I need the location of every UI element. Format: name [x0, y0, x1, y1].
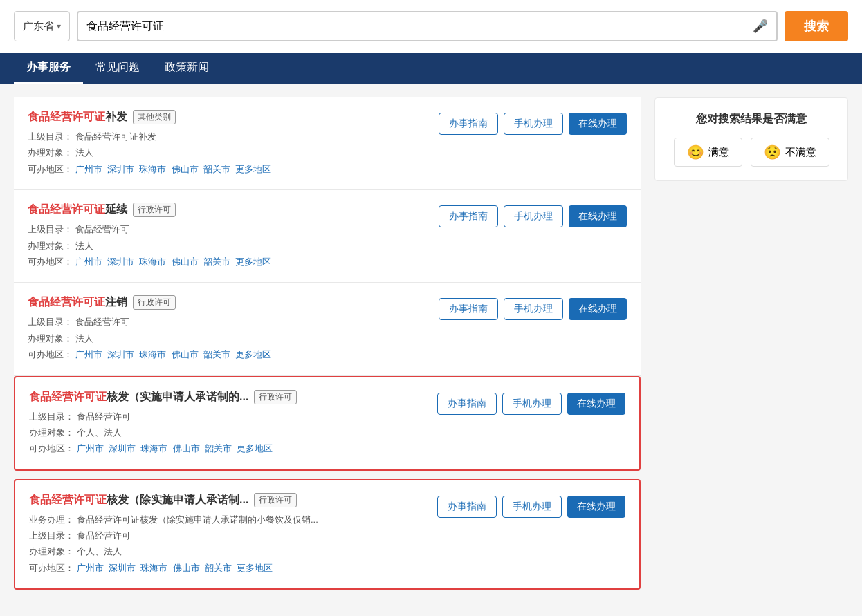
result-card-5: 食品经营许可证核发（除实施申请人承诺制... 行政许可 业务办理： 食品经营许可…: [14, 479, 641, 590]
card-actions-3: 办事指南 手机办理 在线办理: [439, 295, 627, 320]
card-meta-5: 业务办理： 食品经营许可证核发（除实施申请人承诺制的小餐饮及仅销... 上级目录…: [29, 512, 423, 577]
chevron-down-icon: ▾: [57, 21, 61, 31]
satisfaction-yes-label: 满意: [708, 146, 729, 159]
result-card-3: 食品经营许可证注销 行政许可 上级目录： 食品经营许可 办理对象： 法人 可办地…: [14, 283, 641, 375]
online-button-3[interactable]: 在线办理: [569, 298, 627, 320]
title-highlight-1: 食品经营许可证: [28, 111, 105, 122]
satisfaction-no-button[interactable]: 😟 不满意: [751, 138, 829, 167]
mobile-button-3[interactable]: 手机办理: [504, 298, 563, 320]
online-button-4[interactable]: 在线办理: [567, 393, 625, 415]
card-title-2: 食品经营许可证延续: [28, 203, 127, 217]
card-title-row-3: 食品经营许可证注销 行政许可: [28, 295, 425, 310]
card-title-row-5: 食品经营许可证核发（除实施申请人承诺制... 行政许可: [29, 493, 423, 507]
satisfaction-panel: 您对搜索结果是否满意 😊 满意 😟 不满意: [654, 97, 848, 181]
card-title-4: 食品经营许可证核发（实施申请人承诺制的...: [29, 390, 248, 404]
online-button-2[interactable]: 在线办理: [569, 205, 627, 227]
search-button[interactable]: 搜索: [785, 11, 848, 41]
mic-icon[interactable]: 🎤: [753, 19, 768, 34]
guide-button-5[interactable]: 办事指南: [437, 496, 497, 518]
mobile-button-5[interactable]: 手机办理: [502, 496, 562, 518]
card-meta-4: 上级目录： 食品经营许可 办理对象： 个人、法人 可办地区： 广州市 深圳市 珠…: [29, 409, 423, 457]
guide-button-1[interactable]: 办事指南: [439, 113, 498, 135]
result-card-1: 食品经营许可证补发 其他类别 上级目录： 食品经营许可证补发 办理对象： 法人 …: [14, 97, 641, 190]
card-title-3: 食品经营许可证注销: [28, 295, 127, 310]
result-card-2: 食品经营许可证延续 行政许可 上级目录： 食品经营许可 办理对象： 法人 可办地…: [14, 190, 641, 283]
guide-button-4[interactable]: 办事指南: [437, 393, 497, 415]
card-info-2: 食品经营许可证延续 行政许可 上级目录： 食品经营许可 办理对象： 法人 可办地…: [28, 203, 425, 270]
badge-3: 行政许可: [133, 295, 176, 310]
card-info-5: 食品经营许可证核发（除实施申请人承诺制... 行政许可 业务办理： 食品经营许可…: [29, 493, 423, 577]
card-title-1: 食品经营许可证补发: [28, 110, 127, 124]
results-column: 食品经营许可证补发 其他类别 上级目录： 食品经营许可证补发 办理对象： 法人 …: [14, 97, 641, 598]
card-title-row-4: 食品经营许可证核发（实施申请人承诺制的... 行政许可: [29, 390, 423, 404]
badge-4: 行政许可: [254, 390, 297, 404]
happy-icon: 😊: [687, 144, 704, 160]
card-actions-4: 办事指南 手机办理 在线办理: [437, 390, 625, 415]
meta-target-1: 办理对象： 法人: [28, 144, 425, 160]
card-title-row-2: 食品经营许可证延续 行政许可: [28, 203, 425, 217]
card-meta-1: 上级目录： 食品经营许可证补发 办理对象： 法人 可办地区： 广州市 深圳市 珠…: [28, 129, 425, 177]
card-meta-2: 上级目录： 食品经营许可 办理对象： 法人 可办地区： 广州市 深圳市 珠海市 …: [28, 221, 425, 270]
mobile-button-2[interactable]: 手机办理: [504, 205, 563, 227]
result-card-4: 食品经营许可证核发（实施申请人承诺制的... 行政许可 上级目录： 食品经营许可…: [14, 376, 641, 471]
satisfaction-yes-button[interactable]: 😊 满意: [674, 138, 742, 167]
card-meta-3: 上级目录： 食品经营许可 办理对象： 法人 可办地区： 广州市 深圳市 珠海市 …: [28, 314, 425, 362]
badge-2: 行政许可: [133, 203, 176, 217]
nav-item-faq[interactable]: 常见问题: [83, 53, 152, 84]
nav-item-services[interactable]: 办事服务: [14, 53, 83, 84]
meta-parent-1: 上级目录： 食品经营许可证补发: [28, 129, 425, 144]
card-info-1: 食品经营许可证补发 其他类别 上级目录： 食品经营许可证补发 办理对象： 法人 …: [28, 110, 425, 177]
nav-bar: 办事服务 常见问题 政策新闻: [0, 53, 862, 84]
sidebar: 您对搜索结果是否满意 😊 满意 😟 不满意: [654, 97, 848, 598]
meta-region-1: 可办地区： 广州市 深圳市 珠海市 佛山市 韶关市 更多地区: [28, 161, 425, 177]
card-title-row-1: 食品经营许可证补发 其他类别: [28, 110, 425, 124]
province-label: 广东省: [23, 20, 54, 33]
online-button-1[interactable]: 在线办理: [569, 113, 627, 135]
nav-item-news[interactable]: 政策新闻: [152, 53, 221, 84]
satisfaction-no-label: 不满意: [785, 146, 816, 159]
action-row-1: 办事指南 手机办理 在线办理: [439, 113, 627, 135]
mobile-button-1[interactable]: 手机办理: [504, 113, 563, 135]
search-input-wrap: 🎤: [77, 11, 778, 41]
card-info-4: 食品经营许可证核发（实施申请人承诺制的... 行政许可 上级目录： 食品经营许可…: [29, 390, 423, 457]
province-selector[interactable]: 广东省 ▾: [14, 11, 70, 41]
search-bar: 广东省 ▾ 🎤 搜索: [0, 0, 862, 53]
badge-1: 其他类别: [133, 110, 176, 124]
mobile-button-4[interactable]: 手机办理: [502, 393, 562, 415]
sad-icon: 😟: [764, 144, 781, 160]
card-actions-5: 办事指南 手机办理 在线办理: [437, 493, 625, 518]
search-input[interactable]: [86, 20, 753, 32]
card-actions-1: 办事指南 手机办理 在线办理: [439, 110, 627, 135]
badge-5: 行政许可: [254, 493, 297, 507]
card-title-5: 食品经营许可证核发（除实施申请人承诺制...: [29, 493, 248, 507]
card-actions-2: 办事指南 手机办理 在线办理: [439, 203, 627, 227]
card-info-3: 食品经营许可证注销 行政许可 上级目录： 食品经营许可 办理对象： 法人 可办地…: [28, 295, 425, 362]
satisfaction-title: 您对搜索结果是否满意: [666, 112, 836, 127]
main-layout: 食品经营许可证补发 其他类别 上级目录： 食品经营许可证补发 办理对象： 法人 …: [0, 84, 862, 612]
online-button-5[interactable]: 在线办理: [567, 496, 625, 518]
guide-button-2[interactable]: 办事指南: [439, 205, 498, 227]
satisfaction-options: 😊 满意 😟 不满意: [666, 138, 836, 167]
guide-button-3[interactable]: 办事指南: [439, 298, 498, 320]
